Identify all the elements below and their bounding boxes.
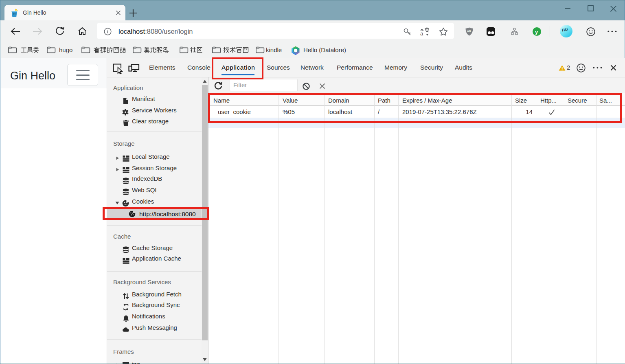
svg-text:y: y — [535, 29, 538, 35]
svg-text:a: a — [420, 31, 423, 37]
svg-text:u0: u0 — [467, 29, 471, 33]
